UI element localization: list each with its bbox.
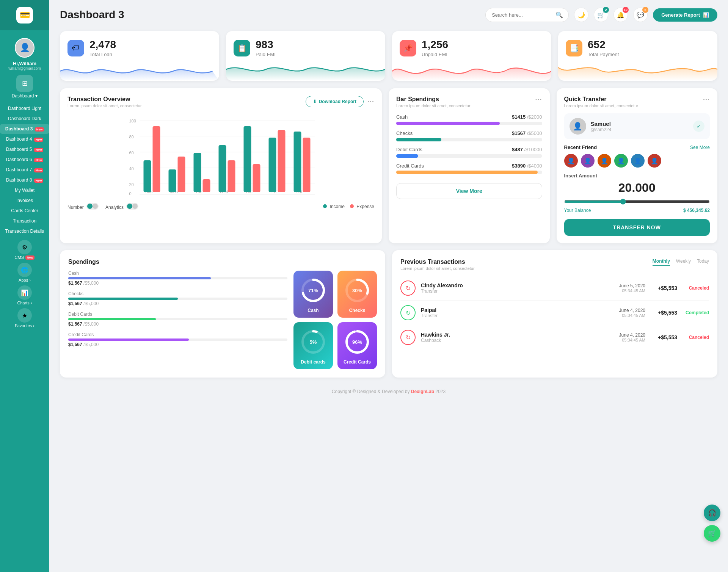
spending-name: Checks: [396, 130, 413, 136]
transaction-status: Canceled: [682, 335, 709, 340]
spendings-item-amount: $1,567 /$5,000: [68, 301, 287, 306]
moon-button[interactable]: 🌙: [574, 8, 588, 22]
number-toggle[interactable]: [86, 203, 99, 210]
sidebar-nav-item[interactable]: Dashboard 5 New: [0, 144, 49, 154]
spendings-item: Credit Cards $1,567 /$5,000: [68, 332, 287, 347]
analytics-toggle[interactable]: [126, 203, 138, 210]
sidebar-nav-item[interactable]: Cards Center: [0, 206, 49, 216]
sidebar-nav-item[interactable]: Dashboard 4 New: [0, 134, 49, 144]
headset-float-button[interactable]: 🎧: [704, 505, 720, 521]
friend-avatar-3[interactable]: 👤: [598, 154, 611, 168]
spendings-donuts: 71% Cash 30% Checks 5% Debit cards 96%: [293, 271, 377, 369]
stat-cards: 🏷 2,478 Total Loan: [60, 31, 717, 81]
more-options-button[interactable]: ···: [367, 98, 374, 106]
transaction-status: Canceled: [682, 285, 709, 291]
spendings-item-bar-bg: [68, 318, 287, 320]
transaction-type: Transfer: [421, 288, 614, 294]
chat-button[interactable]: 💬 5: [633, 8, 648, 22]
spending-bar-bg: [396, 171, 542, 174]
amount-slider[interactable]: [564, 199, 710, 205]
sidebar-nav-item[interactable]: Transaction: [0, 216, 49, 226]
sidebar-dashboard-icon[interactable]: ⊞: [16, 75, 33, 92]
transfer-now-button[interactable]: TRANSFER NOW: [564, 219, 710, 236]
stat-card: 📑 652 Total Payment: [558, 31, 717, 81]
transaction-tab[interactable]: Weekly: [676, 259, 691, 266]
spendings-item-bar: [68, 318, 156, 320]
transaction-tab[interactable]: Monthly: [653, 259, 670, 266]
transaction-date-block: June 5, 2020 05:34:45 AM: [619, 283, 645, 293]
friend-avatar-5[interactable]: 👤: [631, 154, 645, 168]
quick-transfer-title: Quick Transfer: [564, 96, 639, 103]
friend-avatar-4[interactable]: 👤: [614, 154, 628, 168]
transaction-name: Cindy Alexandro: [421, 282, 614, 288]
transfer-user-avatar: 👤: [570, 118, 586, 135]
bell-icon: 🔔: [617, 11, 624, 19]
spending-amount: $3890 /$4000: [512, 163, 542, 169]
transaction-status: Completed: [682, 310, 709, 315]
floating-buttons: 🎧 🛒: [704, 505, 720, 542]
svg-text:30%: 30%: [352, 288, 362, 293]
sidebar-nav-item[interactable]: Dashboard 3 New: [0, 124, 49, 134]
transaction-date: June 4, 2020: [619, 308, 645, 313]
download-report-label: Download Report: [319, 99, 356, 104]
friend-avatar-1[interactable]: 👤: [564, 154, 578, 168]
friend-avatar-2[interactable]: 👤: [581, 154, 595, 168]
download-icon: ⬇: [313, 99, 317, 104]
transaction-tab[interactable]: Today: [697, 259, 709, 266]
sidebar: 💳 👤 Hi,William william@gmail.com ⊞ Dashb…: [0, 0, 49, 572]
svg-rect-28: [203, 179, 210, 192]
stat-info: 2,478 Total Loan: [89, 39, 116, 57]
see-more-button[interactable]: See More: [690, 145, 710, 150]
spending-amount: $1415 /$2000: [512, 114, 542, 120]
donut-label: Debit cards: [301, 359, 325, 365]
mid-row: Transaction Overview Lorem ipsum dolor s…: [60, 88, 717, 243]
spending-bar-fill: [396, 171, 538, 174]
donut-card: 96% Credit Cards: [337, 322, 377, 369]
svg-text:80: 80: [129, 135, 134, 139]
generate-report-button[interactable]: Generate Report 📊: [653, 8, 717, 22]
quick-transfer-more-button[interactable]: ···: [703, 96, 710, 104]
bar-spendings-title: Bar Spendings: [396, 96, 471, 103]
bell-button[interactable]: 🔔 12: [613, 8, 628, 22]
transfer-user-handle: @sam224: [591, 127, 612, 132]
balance-label: Your Balance: [564, 208, 591, 213]
search-bar: 🔍: [485, 8, 569, 22]
spending-name: Cash: [396, 114, 408, 120]
transaction-name: Hawkins Jr.: [421, 332, 614, 338]
sidebar-nav-item[interactable]: Transaction Details: [0, 226, 49, 236]
sidebar-section[interactable]: 🌐 Apps ›: [0, 263, 49, 282]
search-input[interactable]: [492, 12, 552, 18]
spending-bar-bg: [396, 138, 542, 141]
footer-brand-link[interactable]: DexignLab: [411, 389, 434, 394]
chat-icon: 💬: [637, 11, 644, 19]
stat-icon: 🏷: [67, 40, 84, 56]
sidebar-nav-item[interactable]: Dashboard Dark: [0, 114, 49, 124]
spendings-item-bar-bg: [68, 298, 287, 300]
view-more-button[interactable]: View More: [396, 183, 542, 199]
friend-avatar-6[interactable]: 👤: [648, 154, 661, 168]
sidebar-section[interactable]: 📊 Charts ›: [0, 285, 49, 305]
spending-bar-fill: [396, 154, 418, 158]
sidebar-nav-item[interactable]: Dashboard 7 New: [0, 165, 49, 175]
sidebar-nav-item[interactable]: Invoices: [0, 196, 49, 205]
insert-amount-label: Insert Amount: [564, 173, 710, 179]
page-title: Dashboard 3: [60, 9, 124, 21]
download-report-button[interactable]: ⬇ Download Report: [306, 96, 364, 107]
card-header: Transaction Overview Lorem ipsum dolor s…: [67, 96, 374, 108]
sidebar-nav-item[interactable]: My Wallet: [0, 185, 49, 195]
spendings-item: Cash $1,567 /$5,000: [68, 271, 287, 286]
sidebar-section[interactable]: ⚙ CMS New: [0, 240, 49, 260]
bar-spendings-more-button[interactable]: ···: [535, 96, 542, 104]
sidebar-section[interactable]: ★ Favorites ›: [0, 308, 49, 328]
cart-float-button[interactable]: 🛒: [704, 525, 720, 542]
cart-button[interactable]: 🛒 2: [594, 8, 608, 22]
sidebar-nav-item[interactable]: Dashboard 6 New: [0, 155, 49, 165]
sidebar-nav-item[interactable]: Dashboard 8 New: [0, 175, 49, 185]
transaction-avatar: ↻: [400, 305, 416, 320]
sidebar-dashboard-label[interactable]: Dashboard ▾: [12, 93, 38, 99]
bar-chart-area: 100 80 60 40 20 0 Sun Mon Tue: [67, 112, 374, 199]
logo-icon[interactable]: 💳: [16, 7, 33, 24]
donut-chart: 30%: [342, 275, 372, 306]
transaction-date-block: June 4, 2020 05:34:45 AM: [619, 308, 645, 318]
sidebar-nav-item[interactable]: Dashboard Light: [0, 103, 49, 113]
